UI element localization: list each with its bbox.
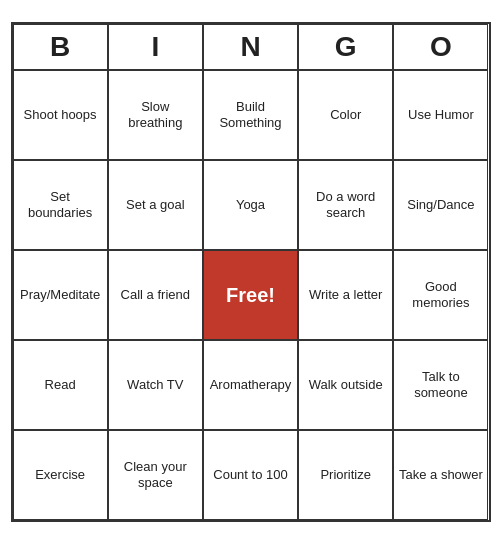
bingo-cell-19: Talk to someone bbox=[393, 340, 488, 430]
bingo-cell-15: Read bbox=[13, 340, 108, 430]
bingo-cell-18: Walk outside bbox=[298, 340, 393, 430]
header-cell-I: I bbox=[108, 24, 203, 70]
bingo-board: BINGO Shoot hoopsSlow breathingBuild Som… bbox=[11, 22, 491, 522]
bingo-cell-17: Aromatherapy bbox=[203, 340, 298, 430]
bingo-cell-0: Shoot hoops bbox=[13, 70, 108, 160]
bingo-cell-21: Clean your space bbox=[108, 430, 203, 520]
bingo-cell-9: Sing/Dance bbox=[393, 160, 488, 250]
bingo-cell-7: Yoga bbox=[203, 160, 298, 250]
bingo-cell-22: Count to 100 bbox=[203, 430, 298, 520]
bingo-cell-24: Take a shower bbox=[393, 430, 488, 520]
bingo-cell-14: Good memories bbox=[393, 250, 488, 340]
header-cell-N: N bbox=[203, 24, 298, 70]
header-cell-B: B bbox=[13, 24, 108, 70]
bingo-cell-3: Color bbox=[298, 70, 393, 160]
bingo-header-row: BINGO bbox=[13, 24, 489, 70]
bingo-cell-8: Do a word search bbox=[298, 160, 393, 250]
bingo-cell-5: Set boundaries bbox=[13, 160, 108, 250]
bingo-cell-1: Slow breathing bbox=[108, 70, 203, 160]
bingo-cell-4: Use Humor bbox=[393, 70, 488, 160]
bingo-cell-11: Call a friend bbox=[108, 250, 203, 340]
bingo-cell-23: Prioritize bbox=[298, 430, 393, 520]
bingo-cell-20: Exercise bbox=[13, 430, 108, 520]
header-cell-O: O bbox=[393, 24, 488, 70]
bingo-cell-13: Write a letter bbox=[298, 250, 393, 340]
bingo-cell-10: Pray/Meditate bbox=[13, 250, 108, 340]
bingo-grid: Shoot hoopsSlow breathingBuild Something… bbox=[13, 70, 489, 520]
bingo-cell-12: Free! bbox=[203, 250, 298, 340]
bingo-cell-2: Build Something bbox=[203, 70, 298, 160]
bingo-cell-16: Watch TV bbox=[108, 340, 203, 430]
bingo-cell-6: Set a goal bbox=[108, 160, 203, 250]
header-cell-G: G bbox=[298, 24, 393, 70]
